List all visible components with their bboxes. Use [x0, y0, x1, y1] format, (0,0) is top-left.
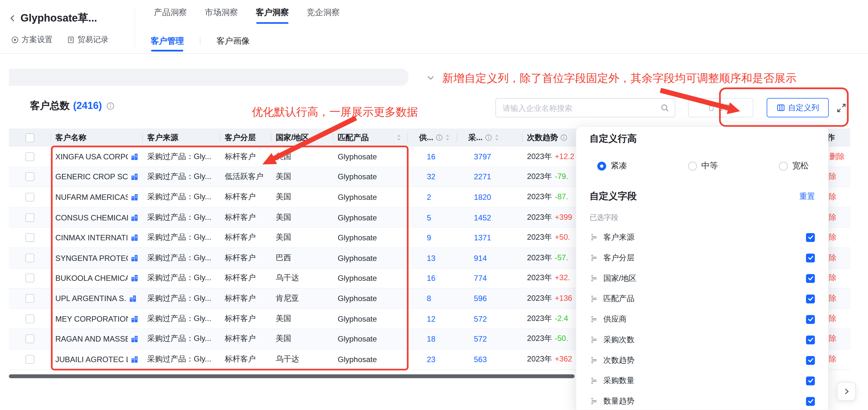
field-item[interactable]: 数量趋势: [589, 391, 815, 410]
company-icon[interactable]: [131, 274, 138, 282]
company-icon[interactable]: [131, 213, 138, 221]
purchase-count[interactable]: 1371: [457, 233, 522, 242]
radio-medium[interactable]: 中等: [688, 160, 718, 171]
row-checkbox[interactable]: [25, 334, 34, 344]
field-checkbox-checked[interactable]: [806, 233, 815, 242]
field-checkbox-checked[interactable]: [806, 335, 815, 344]
drag-handle-icon[interactable]: [589, 233, 598, 241]
drag-handle-icon[interactable]: [589, 356, 598, 364]
supplier-count[interactable]: 16: [408, 274, 457, 283]
field-item[interactable]: 客户分层: [589, 247, 815, 268]
customer-name[interactable]: XINGFA USA CORPO: [55, 152, 128, 161]
purchase-count[interactable]: 1452: [457, 213, 522, 222]
reset-link[interactable]: 重置: [799, 191, 815, 201]
row-checkbox[interactable]: [25, 314, 34, 323]
field-checkbox-checked[interactable]: [806, 253, 815, 262]
customize-columns-button[interactable]: 自定义列: [767, 98, 829, 117]
field-checkbox-checked[interactable]: [806, 294, 815, 303]
supplier-count[interactable]: 16: [408, 152, 457, 161]
company-icon[interactable]: [131, 254, 138, 262]
field-item[interactable]: 采购数量: [589, 371, 815, 391]
col-customer-source[interactable]: 客户来源: [143, 128, 220, 147]
field-item[interactable]: 供应商: [589, 309, 815, 330]
company-icon[interactable]: [131, 355, 138, 363]
row-checkbox[interactable]: [25, 355, 34, 364]
supplier-count[interactable]: 5: [408, 213, 457, 222]
row-checkbox[interactable]: [25, 233, 34, 242]
fullscreen-expand-icon[interactable]: [836, 102, 847, 113]
tab-customer-portrait[interactable]: 客户画像: [217, 35, 250, 46]
company-icon[interactable]: [131, 173, 138, 181]
tab-competitor-insight[interactable]: 竞企洞察: [307, 7, 340, 18]
sort-icon[interactable]: [494, 134, 499, 141]
purchase-count[interactable]: 572: [457, 334, 522, 344]
customer-name[interactable]: NUFARM AMERICAS,: [55, 193, 128, 202]
tab-product-insight[interactable]: 产品洞察: [154, 7, 187, 18]
select-all-checkbox[interactable]: [25, 133, 34, 142]
breadcrumb[interactable]: Glyphosate草...: [9, 11, 97, 25]
info-icon[interactable]: [485, 134, 492, 141]
drag-handle-icon[interactable]: [589, 335, 598, 344]
horizontal-scrollbar[interactable]: [9, 374, 575, 378]
field-item[interactable]: 采购次数: [589, 329, 815, 350]
field-checkbox-checked[interactable]: [806, 376, 815, 385]
col-customer-tier[interactable]: 客户分层: [220, 128, 272, 147]
supplier-count[interactable]: 9: [408, 233, 457, 242]
drag-handle-icon[interactable]: [589, 295, 598, 303]
purchase-count[interactable]: 2271: [457, 173, 522, 181]
row-checkbox[interactable]: [25, 274, 34, 283]
supplier-count[interactable]: 13: [408, 254, 457, 263]
purchase-count[interactable]: 572: [457, 314, 522, 323]
col-suppliers[interactable]: 供...: [408, 128, 457, 147]
supplier-count[interactable]: 8: [408, 294, 457, 303]
row-checkbox[interactable]: [25, 152, 34, 161]
customer-name[interactable]: GENERIC CROP SCI: [55, 173, 128, 181]
chevron-down-icon[interactable]: [426, 73, 435, 82]
customer-name[interactable]: SYNGENTA PROTEC: [55, 254, 128, 263]
company-icon[interactable]: [131, 193, 138, 201]
row-checkbox[interactable]: [25, 193, 34, 202]
field-checkbox-checked[interactable]: [806, 397, 815, 406]
col-country[interactable]: 国家/地区: [271, 128, 333, 147]
search-input[interactable]: [503, 103, 660, 112]
drag-handle-icon[interactable]: [589, 397, 598, 406]
info-icon[interactable]: [106, 101, 115, 110]
field-checkbox-checked[interactable]: [806, 274, 815, 283]
company-icon[interactable]: [131, 234, 138, 241]
supplier-count[interactable]: 2: [408, 193, 457, 202]
delete-row-link[interactable]: 删除: [829, 152, 844, 162]
drag-handle-icon[interactable]: [589, 315, 598, 324]
field-checkbox-checked[interactable]: [806, 356, 815, 365]
col-purchase-count[interactable]: 采...: [457, 128, 522, 147]
company-icon[interactable]: [129, 295, 136, 302]
customer-name[interactable]: BUKOOLA CHEMICA: [55, 274, 128, 283]
customer-name[interactable]: JUBAILI AGROTEC LI: [55, 355, 128, 364]
supplier-count[interactable]: 32: [408, 173, 457, 181]
field-item[interactable]: 匹配产品: [589, 289, 815, 309]
supplier-count[interactable]: 18: [408, 334, 457, 344]
company-icon[interactable]: [131, 153, 138, 160]
sort-icon[interactable]: [445, 134, 450, 141]
field-checkbox-checked[interactable]: [806, 315, 815, 324]
radio-loose[interactable]: 宽松: [779, 160, 809, 171]
customer-name[interactable]: CINMAX INTERNATIO: [55, 233, 128, 242]
search-icon[interactable]: [660, 103, 670, 112]
row-checkbox[interactable]: [25, 254, 34, 263]
purchase-count[interactable]: 914: [457, 254, 522, 263]
customer-name[interactable]: UPL ARGENTINA S.: [55, 294, 126, 303]
drag-handle-icon[interactable]: [589, 254, 598, 262]
info-icon[interactable]: [560, 134, 567, 141]
tab-market-insight[interactable]: 市场洞察: [205, 7, 238, 18]
batch-delete-button[interactable]: 删除: [688, 98, 753, 117]
company-icon[interactable]: [131, 315, 138, 323]
row-checkbox[interactable]: [25, 213, 34, 222]
plan-settings-link[interactable]: 方案设置: [11, 35, 52, 45]
drag-handle-icon[interactable]: [589, 274, 598, 283]
customer-name[interactable]: CONSUS CHEMICAL: [55, 213, 128, 222]
trade-records-link[interactable]: 贸易记录: [67, 35, 108, 45]
tab-customer-insight[interactable]: 客户洞察: [256, 7, 289, 18]
tab-customer-management[interactable]: 客户管理: [151, 35, 184, 46]
purchase-count[interactable]: 774: [457, 274, 522, 283]
customer-name[interactable]: RAGAN AND MASSE: [55, 334, 128, 344]
back-chevron-icon[interactable]: [9, 14, 17, 22]
